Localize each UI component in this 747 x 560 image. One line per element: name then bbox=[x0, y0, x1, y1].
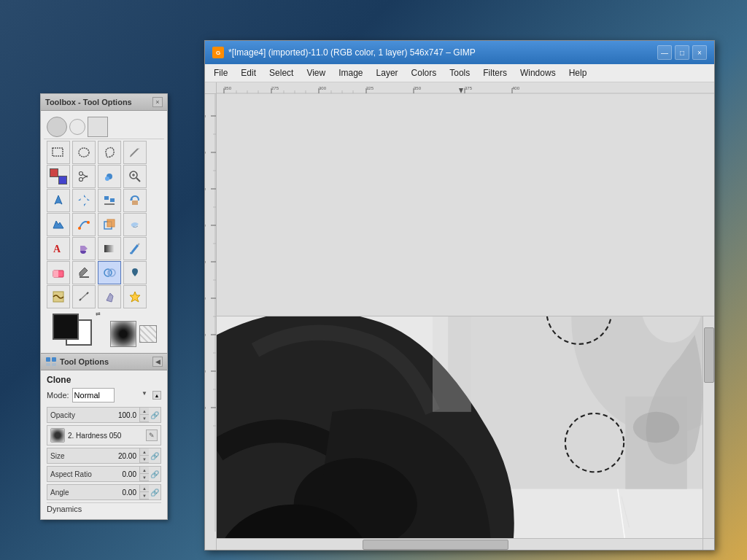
swap-colors-icon[interactable]: ⇄ bbox=[96, 311, 104, 319]
svg-text:350: 350 bbox=[414, 86, 422, 90]
toolbox-title-bar: Toolbox - Tool Options × bbox=[41, 94, 167, 111]
canvas-scroll-area[interactable] bbox=[217, 316, 714, 550]
tool-options-bar: Tool Options ◀ bbox=[41, 353, 167, 370]
move-tool[interactable] bbox=[72, 189, 96, 212]
measure-tool[interactable] bbox=[72, 285, 96, 308]
menu-select[interactable]: Select bbox=[263, 66, 299, 80]
svg-rect-48 bbox=[52, 363, 56, 366]
horizontal-scroll-thumb[interactable] bbox=[363, 540, 508, 550]
close-button[interactable]: × bbox=[692, 45, 707, 60]
menu-help[interactable]: Help bbox=[563, 66, 593, 80]
angle-chain-icon: 🔗 bbox=[149, 484, 160, 500]
svg-point-110 bbox=[633, 412, 679, 443]
svg-text:5: 5 bbox=[205, 333, 206, 336]
scroll-corner bbox=[703, 538, 714, 550]
svg-text:275: 275 bbox=[271, 86, 279, 90]
svg-point-32 bbox=[130, 252, 133, 254]
size-up-btn[interactable]: ▲ bbox=[140, 448, 149, 456]
rect-select-tool[interactable] bbox=[47, 141, 70, 164]
text-tool[interactable]: A bbox=[47, 237, 70, 260]
brush-row[interactable]: 2. Hardness 050 ✎ bbox=[47, 425, 161, 446]
svg-rect-46 bbox=[52, 357, 56, 362]
angle-label: Angle bbox=[47, 489, 88, 497]
menu-tools[interactable]: Tools bbox=[444, 66, 476, 80]
scissors-select-tool[interactable] bbox=[72, 165, 96, 188]
pencil-tool[interactable] bbox=[123, 141, 147, 164]
fg-bg-colors-tool[interactable] bbox=[47, 165, 70, 188]
menu-windows[interactable]: Windows bbox=[514, 66, 562, 80]
size-value: 20.00 bbox=[88, 452, 139, 460]
menu-layer[interactable]: Layer bbox=[371, 66, 404, 80]
menu-filters[interactable]: Filters bbox=[477, 66, 513, 80]
color-picker-tool[interactable] bbox=[72, 261, 96, 284]
paths-tool[interactable] bbox=[72, 213, 96, 236]
aspect-up-btn[interactable]: ▲ bbox=[140, 467, 149, 474]
gimp-app-icon: G bbox=[212, 47, 224, 58]
eraser-tool[interactable] bbox=[47, 261, 70, 284]
ellipse-select-tool[interactable] bbox=[72, 141, 96, 164]
bucket-fill-tool[interactable] bbox=[72, 237, 96, 260]
fg-color-swatch[interactable] bbox=[53, 314, 79, 340]
gimp-title-bar: G *[Image4] (imported)-11.0 (RGB color, … bbox=[205, 41, 714, 64]
angle-down-btn[interactable]: ▼ bbox=[140, 492, 149, 499]
mypaint-brush-tool[interactable] bbox=[123, 285, 147, 308]
toolbox-title: Toolbox - Tool Options bbox=[45, 98, 132, 106]
svg-point-44 bbox=[110, 295, 112, 296]
menu-edit[interactable]: Edit bbox=[235, 66, 262, 80]
svg-line-4 bbox=[130, 156, 131, 157]
color-box[interactable] bbox=[88, 117, 108, 137]
transform-tool[interactable] bbox=[98, 213, 121, 236]
tool-options-collapse-btn[interactable]: ◀ bbox=[152, 357, 163, 367]
mode-select[interactable]: Normal bbox=[72, 388, 115, 402]
heal-tool[interactable] bbox=[98, 165, 121, 188]
clone-title: Clone bbox=[47, 375, 161, 385]
paintbrush-tool[interactable] bbox=[123, 237, 147, 260]
svg-text:5: 5 bbox=[205, 406, 206, 409]
opacity-up-btn[interactable]: ▲ bbox=[140, 408, 149, 415]
maximize-button[interactable]: □ bbox=[675, 45, 689, 60]
menu-colors[interactable]: Colors bbox=[406, 66, 443, 80]
color-circle-1[interactable] bbox=[47, 117, 67, 137]
align-tool[interactable] bbox=[98, 189, 121, 212]
vertical-scroll-thumb[interactable] bbox=[704, 327, 714, 383]
horizontal-scrollbar[interactable] bbox=[217, 538, 703, 550]
by-color-select-tool[interactable] bbox=[47, 213, 70, 236]
aspect-down-btn[interactable]: ▼ bbox=[140, 474, 149, 481]
opacity-down-btn[interactable]: ▼ bbox=[140, 415, 149, 422]
brush-edit-btn[interactable]: ✎ bbox=[146, 429, 158, 441]
minimize-button[interactable]: — bbox=[657, 45, 672, 60]
svg-text:400: 400 bbox=[512, 86, 520, 90]
tool-options-icon bbox=[45, 356, 57, 368]
warp-tool[interactable] bbox=[47, 285, 70, 308]
svg-text:350: 350 bbox=[224, 86, 232, 90]
lasso-select-tool[interactable] bbox=[98, 141, 121, 164]
active-brush-preview[interactable] bbox=[110, 321, 136, 347]
svg-rect-29 bbox=[104, 245, 115, 252]
svg-text:5: 5 bbox=[205, 260, 206, 263]
menu-file[interactable]: File bbox=[208, 66, 233, 80]
smudge-tool[interactable] bbox=[123, 213, 147, 236]
canvas-image bbox=[217, 316, 703, 538]
tool-grid: A bbox=[44, 139, 164, 310]
size-down-btn[interactable]: ▼ bbox=[140, 456, 149, 463]
inkdrop-tool[interactable] bbox=[123, 261, 147, 284]
menu-image[interactable]: Image bbox=[333, 66, 368, 80]
color-circle-2[interactable] bbox=[69, 119, 85, 135]
rotate-tool[interactable] bbox=[123, 189, 147, 212]
active-pattern-preview[interactable] bbox=[139, 325, 157, 343]
clone-tool active[interactable] bbox=[98, 261, 121, 284]
mode-scroll-btn[interactable]: ▲ bbox=[152, 391, 161, 400]
svg-marker-16 bbox=[84, 201, 86, 206]
gradient-tool[interactable] bbox=[98, 237, 121, 260]
fuzzy-select-tool[interactable] bbox=[47, 189, 70, 212]
toolbox-close-button[interactable]: × bbox=[152, 97, 163, 107]
vertical-scrollbar[interactable] bbox=[703, 316, 714, 538]
svg-marker-88 bbox=[459, 88, 463, 93]
menu-view[interactable]: View bbox=[301, 66, 331, 80]
gimp-menubar: File Edit Select View Image Layer Colors… bbox=[205, 64, 714, 82]
svg-rect-20 bbox=[110, 198, 115, 202]
zoom-tool[interactable] bbox=[123, 165, 147, 188]
svg-text:300: 300 bbox=[319, 86, 327, 90]
angle-up-btn[interactable]: ▲ bbox=[140, 485, 149, 492]
airbrush-tool[interactable] bbox=[98, 285, 121, 308]
